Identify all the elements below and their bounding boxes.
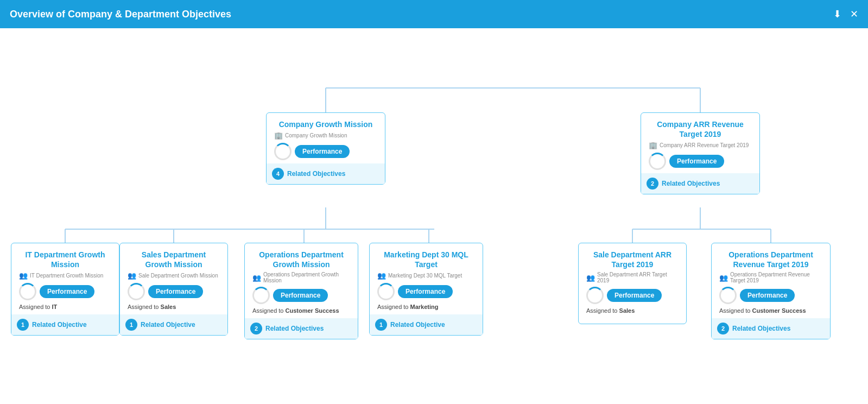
related-badge-root2: 2 xyxy=(647,178,658,190)
assigned-row-child4: Assigned to Marketing xyxy=(377,304,475,310)
download-icon[interactable]: ⬇ xyxy=(833,8,841,20)
card-root2-subtitle: Company ARR Revenue Target 2019 xyxy=(660,142,749,148)
canvas: Company Growth Mission 🏢 Company Growth … xyxy=(0,28,868,404)
card-child6-title: Operations Department Revenue Target 201… xyxy=(719,250,822,269)
card-root2-title: Company ARR Revenue Target 2019 xyxy=(649,119,752,139)
people-icon-child6: 👥 xyxy=(719,274,728,282)
people-icon-child2: 👥 xyxy=(128,272,136,280)
performance-btn-child6[interactable]: Performance xyxy=(740,289,795,302)
related-badge-child1: 1 xyxy=(17,319,29,331)
perf-donut-child4 xyxy=(377,283,395,300)
related-label-root1[interactable]: Related Objectives xyxy=(287,170,345,178)
related-badge-child2: 1 xyxy=(125,319,137,331)
related-label-child3[interactable]: Related Objectives xyxy=(265,325,324,332)
card-root1-title: Company Growth Mission xyxy=(274,119,377,129)
card-root2: Company ARR Revenue Target 2019 🏢 Compan… xyxy=(641,112,760,194)
related-label-child2[interactable]: Related Objective xyxy=(141,321,195,329)
perf-donut-root2 xyxy=(649,153,666,170)
card-root1: Company Growth Mission 🏢 Company Growth … xyxy=(266,112,385,185)
card-child1-subtitle: IT Department Growth Mission xyxy=(30,273,103,279)
building-icon-root1: 🏢 xyxy=(274,131,283,140)
header: Overview of Company & Department Objecti… xyxy=(0,0,868,28)
performance-btn-child1[interactable]: Performance xyxy=(40,285,94,298)
connector-lines xyxy=(0,28,868,404)
performance-btn-child5[interactable]: Performance xyxy=(607,289,662,302)
related-label-child1[interactable]: Related Objective xyxy=(32,321,87,329)
related-badge-child3: 2 xyxy=(250,323,262,334)
card-child2-subtitle: Sale Department Growth Mission xyxy=(138,273,218,279)
perf-donut-root1 xyxy=(274,143,292,160)
perf-donut-child1 xyxy=(19,283,36,300)
perf-donut-child6 xyxy=(719,287,737,304)
card-child3: Operations Department Growth Mission 👥 O… xyxy=(244,243,358,339)
card-child5-title: Sale Department ARR Target 2019 xyxy=(586,250,679,269)
people-icon-child4: 👥 xyxy=(377,272,386,280)
related-label-root2[interactable]: Related Objectives xyxy=(662,180,720,187)
card-child6-subtitle: Operations Department Revenue Target 201… xyxy=(730,272,822,283)
perf-donut-child3 xyxy=(252,287,270,304)
people-icon-child3: 👥 xyxy=(252,274,261,282)
card-child1: IT Department Growth Mission 👥 IT Depart… xyxy=(11,243,119,336)
related-badge-child4: 1 xyxy=(375,319,387,331)
card-child4: Marketing Dept 30 MQL Target 👥 Marketing… xyxy=(369,243,483,336)
related-badge-root1: 4 xyxy=(272,168,284,180)
performance-btn-child3[interactable]: Performance xyxy=(273,289,328,302)
card-child5-subtitle: Sale Department ARR Target 2019 xyxy=(597,272,679,283)
related-badge-child6: 2 xyxy=(717,323,729,334)
assigned-row-child2: Assigned to Sales xyxy=(128,304,220,310)
card-child4-subtitle: Marketing Dept 30 MQL Target xyxy=(388,273,462,279)
performance-btn-root2[interactable]: Performance xyxy=(669,155,724,168)
card-child2-title: Sales Department Growth Mission xyxy=(128,250,220,269)
related-label-child4[interactable]: Related Objective xyxy=(390,321,445,329)
perf-donut-child5 xyxy=(586,287,604,304)
performance-btn-root1[interactable]: Performance xyxy=(295,145,350,158)
card-child2: Sales Department Growth Mission 👥 Sale D… xyxy=(119,243,228,336)
people-icon-child5: 👥 xyxy=(586,274,595,282)
card-child4-title: Marketing Dept 30 MQL Target xyxy=(377,250,475,269)
performance-btn-child4[interactable]: Performance xyxy=(398,285,453,298)
card-child5: Sale Department ARR Target 2019 👥 Sale D… xyxy=(578,243,687,324)
card-root1-subtitle: Company Growth Mission xyxy=(285,132,347,138)
performance-btn-child2[interactable]: Performance xyxy=(148,285,203,298)
card-child6: Operations Department Revenue Target 201… xyxy=(711,243,831,339)
perf-donut-child2 xyxy=(128,283,145,300)
assigned-row-child1: Assigned to IT xyxy=(19,304,111,310)
assigned-row-child6: Assigned to Customer Success xyxy=(719,307,822,314)
assigned-row-child3: Assigned to Customer Success xyxy=(252,307,350,314)
people-icon-child1: 👥 xyxy=(19,272,28,280)
card-child3-title: Operations Department Growth Mission xyxy=(252,250,350,269)
card-child3-subtitle: Operations Department Growth Mission xyxy=(263,272,350,283)
building-icon-root2: 🏢 xyxy=(649,141,657,149)
close-icon[interactable]: ✕ xyxy=(850,8,858,20)
assigned-row-child5: Assigned to Sales xyxy=(586,307,679,314)
card-child1-title: IT Department Growth Mission xyxy=(19,250,111,269)
header-actions: ⬇ ✕ xyxy=(833,8,858,20)
page-title: Overview of Company & Department Objecti… xyxy=(10,9,231,20)
related-label-child6[interactable]: Related Objectives xyxy=(732,325,790,332)
